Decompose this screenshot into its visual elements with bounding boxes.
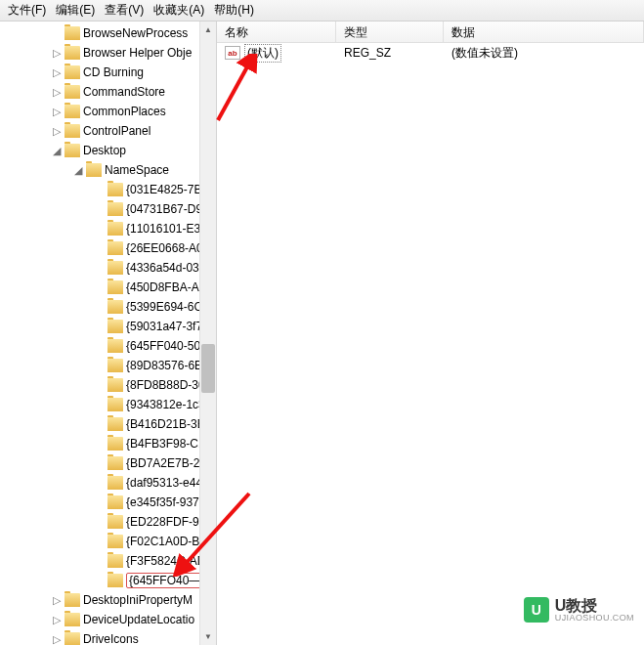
expander-icon[interactable]: ▷ xyxy=(49,86,64,99)
col-data[interactable]: 数据 xyxy=(444,22,644,42)
menu-view[interactable]: 查看(V) xyxy=(105,2,144,19)
folder-icon xyxy=(107,437,123,451)
folder-icon xyxy=(107,202,123,216)
menu-help[interactable]: 帮助(H) xyxy=(214,2,254,19)
folder-icon xyxy=(64,26,80,40)
tree-desktopinipropertymap[interactable]: ▷DesktopIniPropertyM xyxy=(0,590,216,610)
tree-guid-89d83576[interactable]: {89D83576-6B xyxy=(0,356,216,375)
tree-item-label: {BD7A2E7B-21 xyxy=(126,456,206,470)
scroll-thumb[interactable] xyxy=(201,344,215,393)
folder-icon xyxy=(64,124,80,138)
tree-item-label: {B4FB3F98-C1 xyxy=(126,437,205,451)
tree-guid-645ff040[interactable]: {645FF040-508 xyxy=(0,336,216,356)
tree-guid-450d8fba[interactable]: {450D8FBA-AD xyxy=(0,278,216,297)
menu-file[interactable]: 文件(F) xyxy=(8,2,46,19)
tree-driveicons[interactable]: ▷DriveIcons xyxy=(0,629,216,645)
tree-item-label: {645FF040-508 xyxy=(126,339,207,353)
tree-guid-bd7a2e7b[interactable]: {BD7A2E7B-21 xyxy=(0,453,216,473)
tree-guid-b4fb3f98[interactable]: {B4FB3F98-C1 xyxy=(0,434,216,453)
folder-icon xyxy=(107,554,123,568)
folder-icon xyxy=(107,515,123,529)
folder-icon xyxy=(107,456,123,470)
list-body: ab (默认) REG_SZ (数值未设置) xyxy=(217,43,644,645)
list-row[interactable]: ab (默认) REG_SZ (数值未设置) xyxy=(217,43,644,63)
expander-icon[interactable]: ▷ xyxy=(49,594,64,607)
value-data: (数值未设置) xyxy=(444,45,644,62)
value-name: (默认) xyxy=(244,44,281,63)
folder-icon xyxy=(107,222,123,236)
tree-guid-b416d21b[interactable]: {B416D21B-3B xyxy=(0,414,216,434)
tree-item-label: {5399E694-6C xyxy=(126,300,202,314)
folder-icon xyxy=(86,163,102,177)
tree-namespace[interactable]: ◢NameSpace xyxy=(0,160,216,180)
tree-browser-helper-objects[interactable]: ▷Browser Helper Obje xyxy=(0,43,216,63)
tree-item-label: NameSpace xyxy=(105,163,169,177)
expander-icon[interactable]: ▷ xyxy=(49,106,64,118)
folder-icon xyxy=(64,593,80,607)
tree-guid-11016101[interactable]: {11016101-E36 xyxy=(0,219,216,238)
tree-item-label: {04731B67-D9 xyxy=(126,202,202,216)
folder-icon xyxy=(64,65,80,79)
tree-guid-04731b67[interactable]: {04731B67-D9 xyxy=(0,199,216,219)
expander-icon[interactable]: ▷ xyxy=(49,66,64,79)
expander-icon[interactable]: ◢ xyxy=(49,145,64,157)
tree-commonplaces[interactable]: ▷CommonPlaces xyxy=(0,102,216,121)
expander-icon[interactable]: ▷ xyxy=(49,614,64,626)
menu-edit[interactable]: 编辑(E) xyxy=(56,2,95,19)
tree-controlpanel[interactable]: ▷ControlPanel xyxy=(0,121,216,141)
tree-guid-5399e694[interactable]: {5399E694-6C xyxy=(0,297,216,317)
tree-guid-e345f35f[interactable]: {e345f35f-937 xyxy=(0,493,216,512)
tree-item-label: {89D83576-6B xyxy=(126,359,202,372)
tree-item-label: {ED228FDF-9E xyxy=(126,515,207,529)
tree-guid-f3f5824c[interactable]: {F3F5824C-AD xyxy=(0,551,216,571)
col-type[interactable]: 类型 xyxy=(336,22,444,42)
tree-item-label: DeviceUpdateLocatio xyxy=(83,613,194,626)
menubar: 文件(F) 编辑(E) 查看(V) 收藏夹(A) 帮助(H) xyxy=(0,0,644,22)
expander-icon[interactable]: ▷ xyxy=(49,125,64,138)
tree-item-label: {daf95313-e44 xyxy=(126,476,202,490)
folder-icon xyxy=(107,280,123,294)
tree-item-label: DesktopIniPropertyM xyxy=(83,593,193,607)
tree-guid-26ee0668[interactable]: {26EE0668-A0 xyxy=(0,238,216,258)
folder-icon xyxy=(64,85,80,99)
tree-item-label: {450D8FBA-AD xyxy=(126,280,207,294)
tree-item-label: {8FD8B88D-30 xyxy=(126,378,205,392)
tree-panel: BrowseNewProcess▷Browser Helper Obje▷CD … xyxy=(0,22,217,645)
tree-desktop[interactable]: ◢Desktop xyxy=(0,141,216,160)
tree-guid-daf95313[interactable]: {daf95313-e44 xyxy=(0,473,216,493)
registry-tree[interactable]: BrowseNewProcess▷Browser Helper Obje▷CD … xyxy=(0,22,216,645)
tree-guid-031e4825[interactable]: {031E4825-7B9 xyxy=(0,180,216,199)
expander-icon[interactable]: ◢ xyxy=(70,164,86,177)
tree-guid-ed228fdf[interactable]: {ED228FDF-9E xyxy=(0,512,216,532)
string-value-icon: ab xyxy=(225,46,240,60)
tree-deviceupdatelocations[interactable]: ▷DeviceUpdateLocatio xyxy=(0,610,216,629)
tree-commandstore[interactable]: ▷CommandStore xyxy=(0,82,216,102)
tree-guid-8fd8b88d[interactable]: {8FD8B88D-30 xyxy=(0,375,216,395)
tree-item-label: {26EE0668-A0 xyxy=(126,241,203,255)
tree-guid-4336a54d[interactable]: {4336a54d-03 xyxy=(0,258,216,278)
tree-item-label: CommandStore xyxy=(83,85,165,99)
expander-icon[interactable]: ▷ xyxy=(49,633,64,646)
tree-item-label: {4336a54d-03 xyxy=(126,261,199,275)
tree-item-label: BrowseNewProcess xyxy=(83,26,188,40)
tree-guid-645ffo40-new[interactable]: {645FFO40—— xyxy=(0,571,216,590)
tree-guid-9343812e[interactable]: {9343812e-1c3 xyxy=(0,395,216,414)
folder-icon xyxy=(107,359,123,372)
list-header: 名称 类型 数据 xyxy=(217,22,644,43)
col-name[interactable]: 名称 xyxy=(217,22,336,42)
tree-guid-f02c1a0d[interactable]: {F02C1A0D-BE xyxy=(0,532,216,551)
tree-item-label: {11016101-E36 xyxy=(126,222,207,236)
folder-icon xyxy=(64,613,80,626)
scroll-up-icon[interactable]: ▲ xyxy=(200,22,216,38)
scroll-down-icon[interactable]: ▼ xyxy=(200,628,216,645)
menu-favorites[interactable]: 收藏夹(A) xyxy=(153,2,204,19)
folder-icon xyxy=(107,261,123,275)
tree-item-label: {e345f35f-937 xyxy=(126,495,199,509)
watermark: U U教授 UJIAOSHOU.COM xyxy=(524,597,634,624)
tree-cd-burning[interactable]: ▷CD Burning xyxy=(0,63,216,82)
tree-scrollbar[interactable]: ▲ ▼ xyxy=(199,22,216,645)
tree-item-label: {9343812e-1c3 xyxy=(126,398,205,411)
expander-icon[interactable]: ▷ xyxy=(49,47,64,60)
tree-guid-59031a47[interactable]: {59031a47-3f7 xyxy=(0,317,216,336)
tree-browsenewprocess[interactable]: BrowseNewProcess xyxy=(0,23,216,43)
